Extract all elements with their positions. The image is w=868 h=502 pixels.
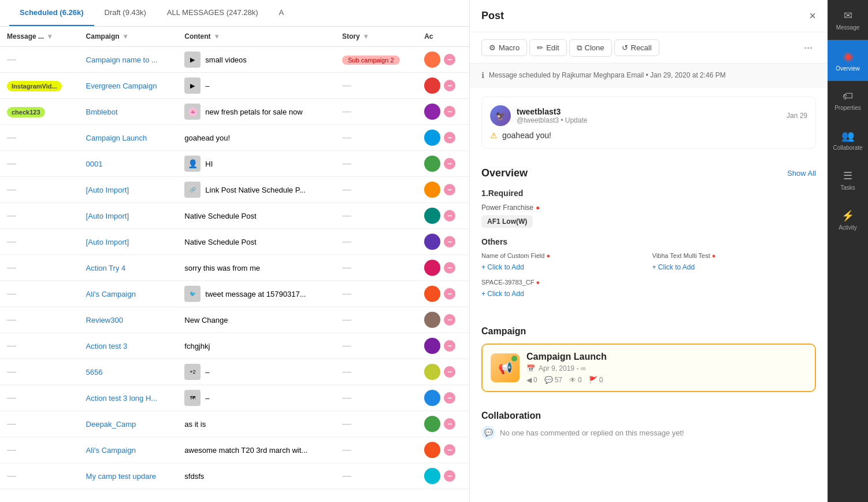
clone-button[interactable]: ⧉ Clone — [569, 39, 612, 57]
remove-button[interactable]: − — [444, 288, 455, 300]
remove-button[interactable]: − — [444, 106, 455, 117]
stat-flags: 🚩 0 — [589, 376, 603, 384]
msg-cell: — — [0, 333, 79, 359]
table-row[interactable]: — [Auto Import] 🔗 Link Post Native Sched… — [0, 177, 469, 203]
recall-button[interactable]: ↺ Recall — [614, 39, 659, 56]
more-options-button[interactable]: ··· — [800, 38, 816, 57]
remove-button[interactable]: − — [444, 314, 455, 326]
remove-button[interactable]: − — [444, 444, 455, 456]
views-icon: 👁 — [569, 376, 576, 384]
tab-draft[interactable]: Draft (9.43k) — [94, 0, 157, 26]
campaign-dates: 📅 Apr 9, 2019 - ∞ — [526, 364, 807, 372]
sidebar-item-tasks[interactable]: ☰ Tasks — [828, 160, 868, 200]
field-add-0[interactable]: + Click to Add — [481, 263, 524, 271]
table-row[interactable]: — My camp test updare sfdsfs — − — [0, 463, 469, 489]
table-row[interactable]: — Ali's Campaign awesome match T20 3rd m… — [0, 437, 469, 463]
macro-button[interactable]: ⚙ Macro — [481, 39, 527, 56]
remove-button[interactable]: − — [444, 340, 455, 352]
story-cell: — — [335, 229, 417, 255]
remove-button[interactable]: − — [444, 418, 455, 430]
table-row[interactable]: — Review300 New Change — − — [0, 307, 469, 333]
table-row[interactable]: — Action test 3 long H... 🗺 – — − — [0, 385, 469, 411]
remove-button[interactable]: − — [444, 366, 455, 378]
campaign-link[interactable]: My camp test updare — [86, 472, 156, 481]
sidebar-item-properties[interactable]: 🏷 Properties — [828, 81, 868, 120]
table-row[interactable]: check123 Bmblebot 🌸 new fresh petals for… — [0, 99, 469, 125]
remove-button[interactable]: − — [444, 470, 455, 482]
remove-button[interactable]: − — [444, 80, 455, 91]
close-button[interactable]: × — [809, 9, 816, 23]
table-row[interactable]: — Campaign Launch goahead you! — − — [0, 125, 469, 151]
action-cell: − — [417, 411, 469, 437]
table-row[interactable]: — 5656 +2 – — − — [0, 359, 469, 385]
field-add-1[interactable]: + Click to Add — [652, 263, 695, 271]
remove-button[interactable]: − — [444, 158, 455, 169]
campaign-link[interactable]: [Auto Import] — [86, 212, 129, 220]
story-cell: — — [335, 281, 417, 307]
story-dash: — — [342, 158, 351, 168]
power-franchise-text: Power Franchise — [481, 204, 533, 212]
remove-button[interactable]: − — [444, 184, 455, 195]
remove-button[interactable]: − — [444, 392, 455, 404]
table-row[interactable]: — Action test 3 fchgjhkj — − — [0, 333, 469, 359]
table-row[interactable]: — Action Try 4 sorry this was from me — … — [0, 255, 469, 281]
campaign-link[interactable]: Action Try 4 — [86, 264, 126, 272]
sidebar-item-overview[interactable]: ◉ Overview — [828, 40, 868, 81]
campaign-link[interactable]: 0001 — [86, 160, 103, 168]
action-cell: − — [417, 203, 469, 229]
action-cell: − — [417, 99, 469, 125]
campaign-link[interactable]: Deepak_Camp — [86, 420, 136, 429]
remove-button[interactable]: − — [444, 54, 455, 65]
tab-scheduled[interactable]: Scheduled (6.26k) — [9, 0, 94, 26]
edit-button[interactable]: ✏ Edit — [529, 39, 566, 56]
campaign-link[interactable]: [Auto Import] — [86, 186, 129, 194]
remove-button[interactable]: − — [444, 132, 455, 143]
campaign-link[interactable]: Campaign name to ... — [86, 56, 158, 64]
table-row[interactable]: — Deepak_Camp as it is — − — [0, 411, 469, 437]
table-row[interactable]: — Ali's Campaign 🐦 tweet message at 1579… — [0, 281, 469, 307]
table-row[interactable]: — [Auto Import] Native Schedule Post — − — [0, 229, 469, 255]
campaign-link[interactable]: Campaign Launch — [86, 134, 147, 142]
campaign-link[interactable]: Bmblebot — [86, 108, 118, 116]
content-cell: Native Schedule Post — [177, 203, 335, 229]
campaign-link[interactable]: Evergreen Campaign — [86, 82, 157, 90]
content-with-img: 🔗 Link Post Native Schedule P... — [184, 182, 328, 198]
action-cell: − — [417, 151, 469, 177]
avatar — [424, 51, 440, 68]
tab-all-messages[interactable]: ALL MESSAGES (247.28k) — [157, 0, 269, 26]
table-row[interactable]: — Campaign name to ... ▶ small videos Su… — [0, 47, 469, 73]
table-row[interactable]: — [Auto Import] Native Schedule Post — − — [0, 203, 469, 229]
msg-dash: — — [7, 158, 16, 168]
user-info: tweetblast3 @tweetblast3 • Update — [517, 107, 781, 124]
remove-button[interactable]: − — [444, 262, 455, 274]
sidebar-item-activity[interactable]: ⚡ Activity — [828, 200, 868, 240]
msg-dash: — — [7, 54, 16, 64]
story-cell: — — [335, 203, 417, 229]
show-all-button[interactable]: Show All — [787, 169, 816, 178]
remove-button[interactable]: − — [444, 236, 455, 248]
tab-a[interactable]: A — [269, 0, 295, 26]
content-with-img: ▶ – — [184, 77, 328, 94]
remove-button[interactable]: − — [444, 210, 455, 222]
campaign-link[interactable]: Ali's Campaign — [86, 290, 136, 298]
sidebar-message-label: Message — [836, 24, 860, 31]
campaign-link[interactable]: [Auto Import] — [86, 238, 129, 246]
content-cell: Native Schedule Post — [177, 229, 335, 255]
story-dash: — — [342, 184, 351, 194]
messages-table-container: Message ... ▾ Campaign ▾ Content ▾ Story… — [0, 27, 469, 502]
campaign-link[interactable]: Action test 3 long H... — [86, 394, 158, 403]
field-add-2[interactable]: + Click to Add — [481, 290, 524, 298]
table-row[interactable]: InstagramVid... Evergreen Campaign ▶ – —… — [0, 73, 469, 99]
campaign-link[interactable]: Ali's Campaign — [86, 446, 136, 455]
sidebar-item-collaborate[interactable]: 👥 Collaborate — [828, 120, 868, 160]
campaign-link[interactable]: Review300 — [86, 316, 123, 324]
campaign-link[interactable]: 5656 — [86, 368, 103, 376]
story-dash: — — [342, 80, 351, 90]
content-text: – — [205, 394, 209, 403]
sidebar-item-message[interactable]: ✉ Message — [828, 0, 868, 40]
clone-icon: ⧉ — [577, 43, 582, 53]
content-with-img: New Change — [184, 316, 328, 324]
campaign-link[interactable]: Action test 3 — [86, 342, 128, 350]
table-row[interactable]: — 0001 👤 HI — − — [0, 151, 469, 177]
col-story: Story ▾ — [335, 27, 417, 47]
